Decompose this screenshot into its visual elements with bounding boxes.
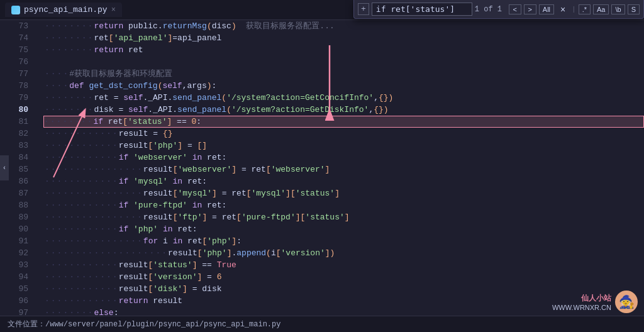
code-line-84: ················result['webserver'] = re… [45, 163, 644, 175]
code-line-86: ················result['mysql'] = ret['m… [45, 187, 644, 199]
code-line-75: ········return ret [45, 44, 644, 56]
editor-container: ‹ 73 74 75 76 77 78 79 80 81 82 83 84 85… [0, 20, 644, 316]
python-icon [11, 6, 20, 14]
code-line-76-comment: ····#获取目标服务器和环境配置 [45, 68, 644, 80]
search-scope-button[interactable]: S [628, 4, 640, 14]
search-regex-button[interactable]: .* [579, 4, 591, 14]
status-bar: 文件位置：/www/server/panel/plugin/psync_api/… [0, 316, 644, 332]
search-input[interactable] [372, 3, 472, 16]
collapse-arrow[interactable]: ‹ [0, 155, 9, 180]
code-line-92: ············result['status'] == True [45, 259, 644, 271]
search-next-button[interactable]: > [524, 4, 536, 14]
search-all-button[interactable]: All [539, 4, 554, 14]
code-line-85: ············if 'mysql' in ret: [45, 175, 644, 187]
search-plus-icon[interactable]: + [358, 3, 369, 15]
editor-tab[interactable]: psync_api_main.py × [5, 3, 122, 17]
code-content: ········return public.returnMsg(disc) 获取… [35, 20, 644, 316]
code-line-82: ············result['php'] = [] [45, 140, 644, 152]
code-line-76-blank [45, 56, 644, 68]
code-line-91: ····················result['php'].append… [45, 247, 644, 259]
status-label: 文件位置：/www/server/panel/plugin/psync_api/… [8, 319, 280, 329]
code-line-80: ········if ret['status'] == 0: [43, 116, 644, 128]
code-line-74: ········ret['api_panel']=api_panel [45, 32, 644, 44]
search-case-button[interactable]: Aa [593, 4, 609, 14]
code-line-89: ············if 'php' in ret: [45, 223, 644, 235]
code-line-93: ············result['version'] = 6 [45, 271, 644, 283]
search-prev-button[interactable]: < [509, 4, 521, 14]
code-line-83: ············if 'webserver' in ret: [45, 152, 644, 163]
code-line-87: ············if 'pure-ftpd' in ret: [45, 199, 644, 211]
tab-close-button[interactable]: × [111, 6, 116, 14]
search-close-button[interactable]: × [557, 4, 569, 15]
code-line-88: ················result['ftp'] = ret['pur… [45, 211, 644, 223]
tab-filename: psync_api_main.py [24, 5, 108, 14]
code-line-79: ········disk = self._API.send_panel('/sy… [45, 104, 644, 116]
watermark-text: 仙人小站 WWW.WRNXR.CN [552, 293, 611, 311]
search-word-button[interactable]: \b [611, 4, 625, 14]
code-line-78: ········ret = self._API.send_panel('/sys… [45, 92, 644, 104]
watermark-avatar: 🧙 [615, 290, 638, 313]
watermark: 仙人小站 WWW.WRNXR.CN 🧙 [552, 290, 638, 313]
code-line-90: ················for i in ret['php']: [45, 235, 644, 247]
watermark-title: 仙人小站 [552, 293, 611, 304]
search-count: 1 of 1 [475, 5, 506, 14]
code-line-81: ············result = {} [45, 128, 644, 140]
code-line-73: ········return public.returnMsg(disc) 获取… [45, 20, 644, 32]
search-divider: | [572, 6, 576, 13]
code-line-77: ····def get_dst_config(self,args): [45, 80, 644, 92]
watermark-url: WWW.WRNXR.CN [552, 304, 611, 311]
search-bar: + 1 of 1 < > All × | .* Aa \b S [353, 0, 644, 19]
